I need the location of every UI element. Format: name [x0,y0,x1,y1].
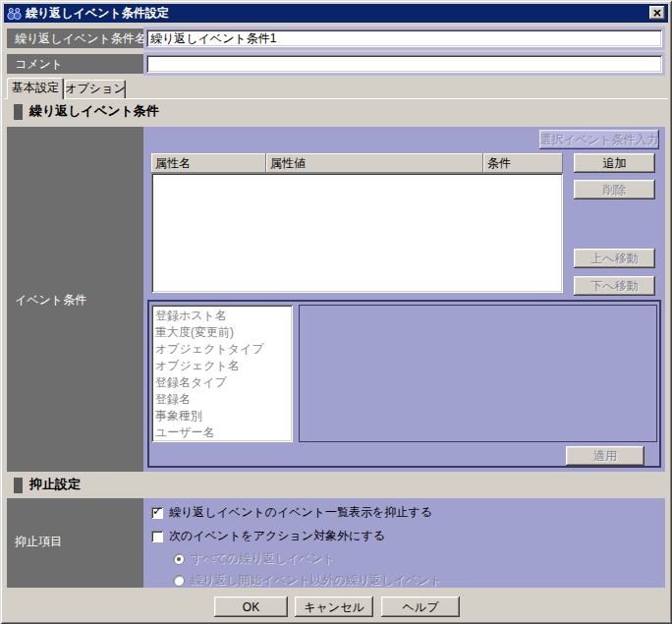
ok-button[interactable]: OK [214,596,288,617]
add-button[interactable]: 追加 [574,153,655,173]
exclude-action-row: 次のイベントをアクション対象外にする [151,528,385,544]
section-marker [14,478,23,493]
delete-button[interactable]: 削除 [574,180,655,199]
condition-table-header: 属性名 属性値 条件 [151,153,563,173]
suppression-panel: 繰り返しイベントのイベント一覧表示を抑止する 次のイベントをアクション対象外にす… [143,498,665,588]
list-item[interactable]: 登録名 [155,391,293,408]
help-button[interactable]: ヘルプ [381,596,460,617]
select-event-condition-input-button[interactable]: 選択イベント条件入力 [539,130,659,149]
tab-basic-settings[interactable]: 基本設定 [7,78,64,99]
move-down-button[interactable]: 下へ移動 [574,276,655,296]
tab-options[interactable]: オプション [65,80,126,98]
move-up-button[interactable]: 上へ移動 [574,249,655,268]
condition-section-title: 繰り返しイベント条件 [29,102,159,120]
tab-baseline [4,98,668,99]
attribute-listbox[interactable]: 登録ホスト名 重大度(変更前) オブジェクトタイプ オブジェクト名 登録名タイプ… [151,305,293,442]
name-field-strip [143,27,665,50]
event-condition-label-column: イベント条件 [7,127,143,472]
list-item[interactable]: 登録ホスト名 [155,308,293,324]
exclude-action-checkbox[interactable] [151,531,163,542]
column-header-condition[interactable]: 条件 [483,153,563,173]
all-repeated-events-label: すべての繰り返しイベント [191,550,335,567]
list-item[interactable]: 登録名タイプ [155,374,293,391]
suppress-event-list-label: 繰り返しイベントのイベント一覧表示を抑止する [169,504,432,521]
condition-name-label: 繰り返しイベント条件名 [7,28,143,48]
cancel-button[interactable]: キャンセル [295,596,373,617]
list-item[interactable]: オブジェクト名 [155,358,293,374]
column-header-attribute-name[interactable]: 属性名 [151,153,266,173]
column-header-attribute-value[interactable]: 属性値 [266,153,483,173]
exclude-action-label: 次のイベントをアクション対象外にする [169,528,385,544]
close-button[interactable] [649,6,665,20]
title-bar[interactable]: 繰り返しイベント条件設定 [4,4,668,23]
binoculars-icon [7,6,22,21]
suppression-items-label: 抑止項目 [15,534,62,550]
non-start-repeated-events-radio[interactable] [173,575,185,587]
attribute-editor-panel: 登録ホスト名 重大度(変更前) オブジェクトタイプ オブジェクト名 登録名タイプ… [147,300,661,468]
event-condition-label: イベント条件 [15,292,86,309]
all-repeated-events-radio[interactable] [173,553,185,565]
suppress-event-list-checkbox[interactable] [151,507,163,519]
suppression-section-title: 抑止設定 [29,476,81,493]
event-condition-panel: 選択イベント条件入力 属性名 属性値 条件 追加 削除 上へ移動 下へ移動 登録… [143,127,665,472]
suppress-event-list-row: 繰り返しイベントのイベント一覧表示を抑止する [151,504,432,521]
non-start-repeated-events-label: 繰り返し開始イベント以外の繰り返しイベント [191,572,442,589]
list-item[interactable]: 重大度(変更前) [155,324,293,341]
attribute-value-area [299,305,657,442]
list-item[interactable]: ユーザー名 [155,425,293,441]
condition-table-body[interactable] [151,173,563,293]
section-marker [14,104,23,120]
condition-name-input[interactable] [146,29,662,47]
list-item[interactable]: オブジェクトタイプ [155,341,293,358]
apply-button[interactable]: 適用 [566,446,644,466]
suppression-label-column: 抑止項目 [7,498,143,588]
window-title: 繰り返しイベント条件設定 [26,5,169,22]
non-start-repeated-events-row: 繰り返し開始イベント以外の繰り返しイベント [173,572,442,589]
close-icon [653,10,661,17]
repeated-event-condition-dialog: 繰り返しイベント条件設定 繰り返しイベント条件名 コメント 基本設定 オプション… [0,0,672,624]
list-item[interactable]: 事象種別 [155,408,293,425]
comment-label: コメント [7,54,143,74]
all-repeated-events-row: すべての繰り返しイベント [173,550,335,567]
comment-field-strip [143,52,665,76]
comment-input[interactable] [146,55,662,73]
